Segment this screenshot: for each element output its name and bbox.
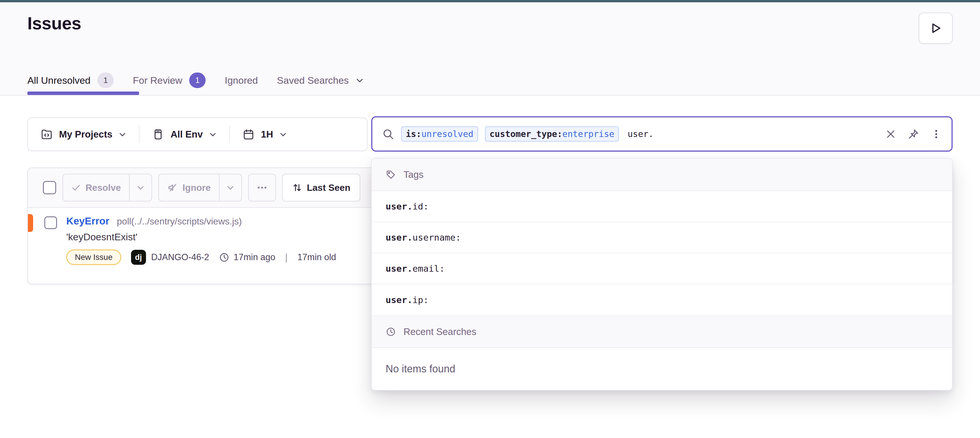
issue-last-seen: 17min ago <box>234 252 275 262</box>
token-value: enterprise <box>562 129 614 139</box>
time-range-filter-label: 1H <box>261 129 273 140</box>
issue-title-link[interactable]: KeyError <box>66 215 110 227</box>
chevron-down-icon <box>226 184 234 192</box>
error-level-indicator <box>28 214 33 232</box>
search-typed-text[interactable]: user. <box>627 129 654 139</box>
page-header: Issues All Unresolved 1 For Review 1 Ign… <box>0 2 980 95</box>
django-platform-icon: dj <box>131 250 146 265</box>
chevron-down-icon <box>137 184 145 192</box>
token-key: customer_type: <box>490 129 562 139</box>
clock-icon <box>219 252 229 263</box>
suggestion-match: user. <box>386 201 412 211</box>
tag-suggestion-user-ip[interactable]: user.ip: <box>372 284 952 316</box>
projects-icon <box>41 129 53 140</box>
time-range-filter[interactable]: 1H <box>230 118 299 151</box>
resolve-button[interactable]: Resolve <box>63 175 129 201</box>
top-border-strip <box>0 0 980 2</box>
issue-search-bar[interactable]: is:unresolved customer_type:enterprise u… <box>371 116 953 152</box>
tab-ignored[interactable]: Ignored <box>224 75 258 86</box>
issue-short-id[interactable]: DJANGO-46-2 <box>151 252 209 262</box>
kebab-menu-icon[interactable] <box>931 129 942 140</box>
suggestion-match: user. <box>386 263 412 274</box>
ignore-split-button: Ignore <box>158 174 242 202</box>
chevron-down-icon <box>119 131 126 138</box>
recent-searches-title: Recent Searches <box>404 326 476 337</box>
pin-search-icon[interactable] <box>908 129 919 140</box>
search-icon <box>382 128 394 140</box>
clock-icon <box>386 327 396 337</box>
environment-filter[interactable]: All Env <box>139 118 229 151</box>
ellipsis-icon <box>256 182 268 194</box>
suggestion-match: user. <box>386 232 412 243</box>
more-actions-button[interactable] <box>248 174 276 202</box>
chevron-down-icon <box>356 76 364 84</box>
resolve-dropdown-button[interactable] <box>129 175 151 201</box>
recent-searches-section-header: Recent Searches <box>372 316 952 348</box>
page-title: Issues <box>27 13 81 33</box>
suggestion-match: user. <box>386 295 412 305</box>
environment-filter-label: All Env <box>170 129 203 140</box>
tags-section-title: Tags <box>404 169 424 180</box>
suggestion-rest: ip: <box>412 295 428 305</box>
tab-label: Ignored <box>224 75 258 86</box>
issue-checkbox[interactable] <box>45 216 57 229</box>
page-filter-bar: My Projects All Env 1H <box>27 117 368 151</box>
tab-count-badge: 1 <box>189 73 205 88</box>
token-value: unresolved <box>421 129 473 139</box>
suggestion-rest: email: <box>412 263 445 274</box>
issue-age: 17min old <box>298 252 336 262</box>
tab-label: For Review <box>133 75 182 86</box>
clear-search-icon[interactable] <box>885 129 896 140</box>
select-all-checkbox[interactable] <box>43 181 56 194</box>
tab-label: Saved Searches <box>277 75 349 86</box>
tag-icon <box>386 170 396 180</box>
meta-separator: | <box>285 252 288 263</box>
sort-by-label: Last Seen <box>307 182 350 193</box>
play-icon <box>929 22 942 35</box>
tab-all-unresolved[interactable]: All Unresolved 1 <box>27 73 114 88</box>
tab-saved-searches[interactable]: Saved Searches <box>277 75 364 86</box>
search-autocomplete-dropdown: Tags user.id: user.username: user.email:… <box>371 158 953 390</box>
project-filter-label: My Projects <box>59 129 112 140</box>
ignore-button[interactable]: Ignore <box>159 175 219 201</box>
search-token-customer-type[interactable]: customer_type:enterprise <box>485 126 619 141</box>
suggestion-rest: id: <box>412 201 428 211</box>
ignore-label: Ignore <box>183 182 211 193</box>
issue-view-tabs: All Unresolved 1 For Review 1 Ignored Sa… <box>27 73 364 88</box>
suggestion-rest: username: <box>412 232 461 243</box>
active-tab-underline <box>27 92 139 95</box>
tab-for-review[interactable]: For Review 1 <box>133 73 205 88</box>
tag-suggestion-user-email[interactable]: user.email: <box>372 253 952 284</box>
tag-suggestion-user-username[interactable]: user.username: <box>372 222 952 253</box>
check-icon <box>71 183 81 192</box>
search-token-is-unresolved[interactable]: is:unresolved <box>401 126 478 141</box>
mute-icon <box>167 182 178 193</box>
search-actions <box>885 129 942 140</box>
tab-count-badge: 1 <box>97 73 114 88</box>
ignore-dropdown-button[interactable] <box>219 175 241 201</box>
environment-icon <box>152 129 164 140</box>
token-key: is: <box>406 129 421 139</box>
new-issue-badge: New Issue <box>66 249 121 265</box>
sort-by-button[interactable]: Last Seen <box>282 174 360 202</box>
tab-label: All Unresolved <box>27 75 91 86</box>
replay-tour-button[interactable] <box>919 13 953 44</box>
calendar-icon <box>242 129 255 140</box>
resolve-split-button: Resolve <box>62 174 152 202</box>
tag-suggestion-user-id[interactable]: user.id: <box>372 191 952 222</box>
tags-section-header: Tags <box>372 159 952 191</box>
chevron-down-icon <box>209 131 216 138</box>
resolve-label: Resolve <box>86 182 121 193</box>
no-items-found-message: No items found <box>372 348 952 390</box>
chevron-down-icon <box>279 131 287 138</box>
issue-culprit: poll(../../sentry/scripts/views.js) <box>117 216 242 227</box>
sort-arrows-icon <box>292 182 302 193</box>
project-filter[interactable]: My Projects <box>28 118 139 151</box>
